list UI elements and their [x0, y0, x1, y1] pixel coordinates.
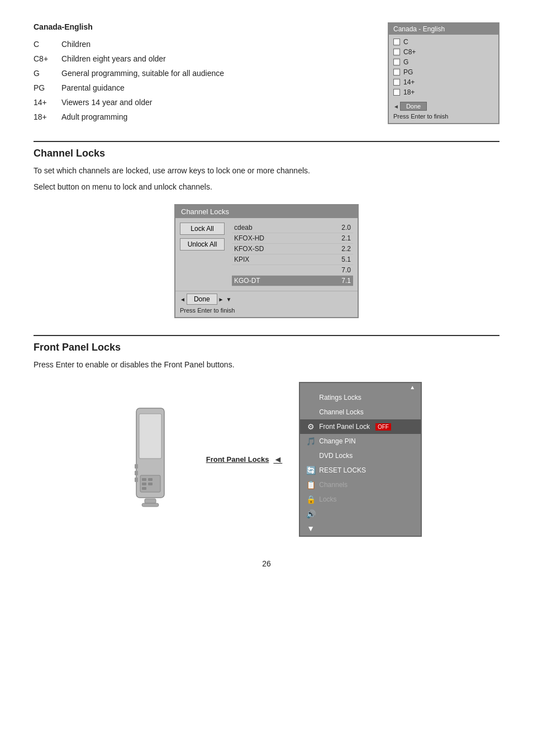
table-row: PGParental guidance	[34, 81, 233, 95]
front-panel-content: Front Panel Locks ◄ ▲Ratings LocksChanne…	[34, 382, 499, 537]
checkbox-icon	[393, 79, 400, 86]
channel-name: KFOX-HD	[234, 234, 334, 242]
list-item[interactable]: cdeab2.0	[232, 223, 353, 233]
list-item: C8+	[393, 47, 494, 57]
cl-arrow-left-icon: ◄	[180, 296, 185, 303]
list-item: Channel Locks	[300, 405, 421, 419]
list-item: 🔊	[300, 507, 421, 521]
list-item: G	[393, 57, 494, 67]
svg-rect-3	[135, 471, 138, 475]
svg-rect-6	[142, 478, 146, 481]
canada-done-button[interactable]: Done	[400, 102, 427, 111]
svg-rect-2	[135, 464, 138, 469]
channel-name: KPIX	[234, 256, 334, 263]
svg-rect-11	[145, 499, 156, 503]
canada-ui-footer: ◄ Done Press Enter to finish	[389, 100, 498, 123]
tv-illustration	[111, 397, 189, 522]
checkbox-icon	[393, 39, 400, 45]
rating-desc: Children eight years and older	[61, 51, 233, 66]
front-panel-label-text: Front Panel Locks	[206, 455, 269, 464]
channel-num: 2.2	[334, 245, 351, 253]
channel-locks-section: Channel Locks To set which channels are …	[34, 141, 499, 318]
list-item: 18+	[393, 87, 494, 97]
checkbox-icon	[393, 49, 400, 55]
channel-num: 7.1	[334, 277, 351, 285]
item-icon: 🔄	[306, 465, 316, 475]
scroll-up-icon: ▲	[410, 384, 415, 390]
cl-done-button[interactable]: Done	[187, 294, 217, 305]
channel-name	[234, 266, 334, 274]
list-item: ▼	[300, 521, 421, 536]
svg-rect-10	[142, 487, 146, 490]
item-icon	[306, 451, 316, 461]
item-label: Front Panel Lock	[319, 423, 370, 431]
item-icon: 🔊	[306, 509, 316, 519]
list-item[interactable]: ⚙Front Panel LockOFF	[300, 419, 421, 434]
checkbox-icon	[393, 89, 400, 96]
list-item[interactable]: 7.0	[232, 265, 353, 276]
list-item: PG	[393, 67, 494, 77]
table-row: CChildren	[34, 37, 233, 51]
table-row: C8+Children eight years and older	[34, 51, 233, 66]
canada-title: Canada-English	[34, 22, 371, 31]
channel-name: KFOX-SD	[234, 245, 334, 253]
channel-locks-left: Lock All Unlock All	[180, 223, 227, 286]
item-label: G	[403, 58, 408, 66]
front-panel-arrow-icon: ◄	[273, 455, 282, 465]
item-label: Channels	[319, 481, 348, 489]
canada-ui-box: Canada - English CC8+GPG14+18+ ◄ Done Pr…	[388, 22, 499, 124]
channel-locks-ui-container: Channel Locks Lock All Unlock All cdeab2…	[34, 204, 499, 318]
channel-num: 2.1	[334, 234, 351, 242]
list-item[interactable]: KFOX-SD2.2	[232, 244, 353, 254]
item-label: Locks	[319, 495, 336, 503]
rating-desc: Adult programming	[61, 110, 233, 124]
item-label: 18+	[403, 88, 415, 96]
item-label: 14+	[403, 78, 415, 86]
table-row: GGeneral programming, suitable for all a…	[34, 66, 233, 81]
cl-press-enter: Press Enter to finish	[180, 307, 353, 314]
canada-table: Canada-English CChildrenC8+Children eigh…	[34, 22, 371, 124]
ratings-ui-box: ▲Ratings LocksChannel Locks⚙Front Panel …	[299, 382, 422, 537]
list-item: C	[393, 37, 494, 47]
table-row: 14+Viewers 14 year and older	[34, 95, 233, 110]
channel-locks-desc1: To set which channels are locked, use ar…	[34, 165, 499, 177]
item-label: RESET LOCKS	[319, 466, 366, 474]
front-panel-heading: Front Panel Locks	[34, 335, 499, 353]
list-item[interactable]: KFOX-HD2.1	[232, 233, 353, 244]
svg-rect-12	[142, 503, 159, 507]
channel-locks-footer: ◄ Done ► ▼ Press Enter to finish	[175, 291, 358, 317]
lock-all-button[interactable]: Lock All	[180, 223, 225, 235]
cl-done-row: ◄ Done ► ▼	[180, 294, 353, 305]
list-item: 📋Channels	[300, 478, 421, 492]
rating-code: 18+	[34, 110, 61, 124]
list-item[interactable]: KPIX5.1	[232, 254, 353, 265]
item-label: C8+	[403, 48, 416, 56]
rating-desc: Children	[61, 37, 233, 51]
rating-desc: Viewers 14 year and older	[61, 95, 233, 110]
channel-list: cdeab2.0KFOX-HD2.1KFOX-SD2.2KPIX5.17.0KG…	[232, 223, 353, 286]
item-label: Channel Locks	[319, 408, 363, 416]
rating-code: PG	[34, 81, 61, 95]
canada-ui-items: CC8+GPG14+18+	[389, 35, 498, 100]
list-item: Ratings Locks	[300, 390, 421, 405]
unlock-all-button[interactable]: Unlock All	[180, 238, 225, 251]
channel-name: cdeab	[234, 224, 334, 231]
item-icon: 🎵	[306, 436, 316, 446]
front-panel-label: Front Panel Locks ◄	[206, 455, 283, 465]
canada-ui-title: Canada - English	[389, 23, 498, 35]
item-label: PG	[403, 68, 413, 76]
list-item[interactable]: KGO-DT7.1	[232, 276, 353, 286]
rating-code: 14+	[34, 95, 61, 110]
front-panel-desc: Press Enter to enable or disables the Fr…	[34, 359, 499, 371]
item-icon: ▼	[306, 523, 316, 533]
canada-done-row: ◄ Done	[393, 102, 494, 111]
off-badge: OFF	[375, 423, 391, 431]
list-item: DVD Locks	[300, 448, 421, 463]
item-label: Ratings Locks	[319, 394, 361, 401]
channel-locks-heading: Channel Locks	[34, 141, 499, 159]
channel-locks-box: Channel Locks Lock All Unlock All cdeab2…	[174, 204, 359, 318]
item-icon: 📋	[306, 480, 316, 490]
channel-locks-content: Lock All Unlock All cdeab2.0KFOX-HD2.1KF…	[175, 218, 358, 291]
front-panel-section: Front Panel Locks Press Enter to enable …	[34, 335, 499, 537]
rating-code: G	[34, 66, 61, 81]
